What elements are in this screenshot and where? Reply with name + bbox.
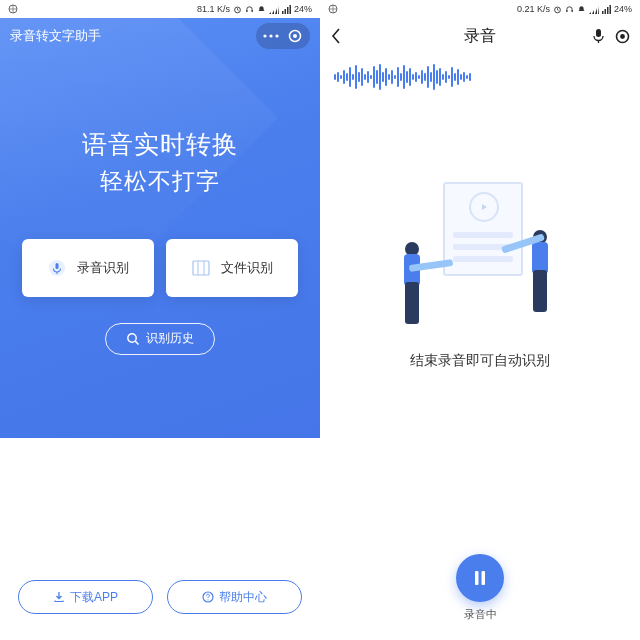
svg-rect-25 [475, 571, 479, 585]
wave-bar [412, 74, 414, 80]
screen-home: 81.1 K/s 24% 录音转文字助手 语音实时转换 轻松不打字 [0, 0, 320, 640]
wave-bar [418, 75, 420, 79]
wave-bar [421, 70, 423, 84]
record-bar-icons [592, 28, 630, 44]
net-speed: 81.1 K/s [197, 4, 230, 14]
record-recognize-card[interactable]: 录音识别 [22, 239, 154, 297]
wave-bar [415, 72, 417, 82]
wave-bar [445, 71, 447, 83]
file-recognize-card[interactable]: 文件识别 [166, 239, 298, 297]
signal-icon [589, 5, 599, 14]
pause-icon [472, 569, 488, 587]
hero-line2: 轻松不打字 [0, 166, 320, 197]
status-bar-right: 0.21 K/s 24% [320, 0, 640, 18]
status-bar-left: 81.1 K/s 24% [0, 0, 320, 18]
screen-record: 0.21 K/s 24% 录音 [320, 0, 640, 640]
wave-bar [337, 72, 339, 82]
svg-rect-11 [193, 261, 209, 275]
wave-bar [388, 74, 390, 80]
wave-bar [439, 68, 441, 86]
svg-rect-10 [56, 263, 59, 269]
wave-bar [409, 68, 411, 86]
bell-icon [257, 5, 266, 14]
svg-point-14 [128, 333, 136, 341]
mic-icon [47, 258, 67, 278]
wave-bar [424, 73, 426, 81]
svg-rect-3 [251, 9, 252, 11]
wave-bar [373, 66, 375, 88]
app-title: 录音转文字助手 [10, 27, 101, 45]
wave-bar [436, 70, 438, 84]
wave-bar [367, 71, 369, 83]
svg-point-5 [269, 34, 272, 37]
record-pause-button[interactable] [456, 554, 504, 602]
svg-rect-2 [246, 9, 247, 11]
svg-point-17 [207, 599, 208, 600]
wave-bar [397, 67, 399, 87]
waveform [320, 54, 640, 94]
wave-bar [454, 73, 456, 81]
wave-bar [448, 75, 450, 79]
person-left [395, 242, 431, 332]
net-speed: 0.21 K/s [517, 4, 550, 14]
file-icon [191, 258, 211, 278]
wave-bar [457, 69, 459, 85]
wave-bar [394, 75, 396, 79]
help-icon [202, 591, 214, 603]
feature-cards: 录音识别 文件识别 [0, 239, 320, 297]
wave-bar [433, 64, 435, 90]
carrier-icon [8, 4, 18, 14]
wave-bar [463, 72, 465, 82]
wave-bar [385, 68, 387, 86]
wave-bar [451, 67, 453, 87]
hero-section: 录音转文字助手 语音实时转换 轻松不打字 录音识别 [0, 18, 320, 438]
signal2-icon [282, 5, 291, 14]
svg-rect-26 [482, 571, 486, 585]
back-button[interactable] [330, 27, 352, 45]
wave-bar [400, 73, 402, 81]
download-app-button[interactable]: 下载APP [18, 580, 153, 614]
wave-bar [352, 74, 354, 80]
battery-text: 24% [614, 4, 632, 14]
svg-point-4 [263, 34, 266, 37]
wave-bar [364, 74, 366, 80]
signal2-icon [602, 5, 611, 14]
wave-bar [427, 66, 429, 88]
svg-rect-20 [566, 9, 567, 11]
wave-bar [406, 71, 408, 83]
carrier-icon [328, 4, 338, 14]
search-icon [126, 332, 140, 346]
history-button[interactable]: 识别历史 [105, 323, 215, 355]
wave-bar [355, 65, 357, 89]
alarm-icon [553, 5, 562, 14]
svg-point-24 [620, 34, 625, 39]
close-target-icon[interactable] [286, 27, 304, 45]
wave-bar [358, 72, 360, 82]
headphone-icon [245, 5, 254, 14]
more-icon[interactable] [262, 27, 280, 45]
wave-bar [430, 72, 432, 82]
bottom-actions: 下载APP 帮助中心 [0, 566, 320, 640]
wave-bar [379, 64, 381, 90]
capsule-menu[interactable] [256, 23, 310, 49]
mic-header-icon[interactable] [592, 28, 605, 44]
wave-bar [403, 65, 405, 89]
wave-bar [343, 70, 345, 84]
target-header-icon[interactable] [615, 29, 630, 44]
svg-line-15 [135, 341, 138, 344]
svg-rect-21 [571, 9, 572, 11]
help-center-button[interactable]: 帮助中心 [167, 580, 302, 614]
board-graphic [443, 182, 523, 276]
record-card-label: 录音识别 [77, 259, 129, 277]
wave-bar [460, 74, 462, 80]
wave-bar [361, 68, 363, 86]
record-app-bar: 录音 [320, 18, 640, 54]
bell-icon [577, 5, 586, 14]
headphone-icon [565, 5, 574, 14]
wave-bar [346, 73, 348, 81]
svg-point-6 [275, 34, 278, 37]
wave-bar [340, 75, 342, 79]
file-card-label: 文件识别 [221, 259, 273, 277]
illustration-text: 结束录音即可自动识别 [320, 352, 640, 370]
wave-bar [334, 74, 336, 80]
